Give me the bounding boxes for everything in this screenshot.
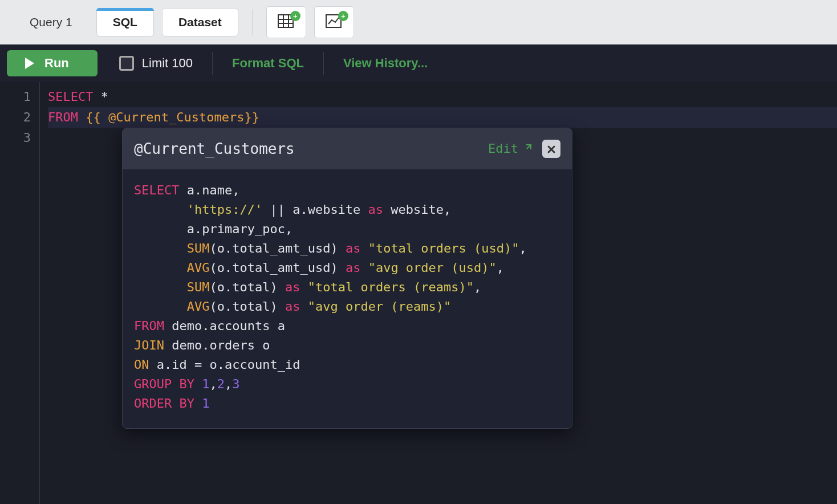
line-gutter: 123 xyxy=(0,82,40,504)
popup-code-line: SUM(o.total) as "total orders (reams)", xyxy=(134,278,560,297)
popup-sql-body: SELECT a.name, 'https://' || a.website a… xyxy=(123,169,572,428)
popup-close-button[interactable] xyxy=(542,140,560,158)
play-icon xyxy=(25,58,34,69)
popup-code-line: ON a.id = o.account_id xyxy=(134,355,560,375)
plus-badge-icon: + xyxy=(338,11,348,21)
tab-dataset[interactable]: Dataset xyxy=(162,8,238,36)
code-line: FROM {{ @Current_Customers}} xyxy=(48,107,837,128)
external-link-icon xyxy=(523,139,532,159)
popup-code-line: SELECT a.name, xyxy=(134,181,560,200)
tab-divider xyxy=(252,9,253,35)
add-chart-button[interactable]: + xyxy=(314,6,354,38)
popup-edit-link[interactable]: Edit xyxy=(488,139,532,159)
toolbar-divider xyxy=(212,52,213,75)
top-tab-bar: Query 1 SQL Dataset + + xyxy=(0,0,837,44)
popup-code-line: AVG(o.total) as "avg order (reams)" xyxy=(134,297,560,316)
popup-code-line: GROUP BY 1,2,3 xyxy=(134,375,560,394)
line-number: 2 xyxy=(0,107,31,128)
format-sql-link[interactable]: Format SQL xyxy=(232,56,304,71)
popup-header: @Current_Customers Edit xyxy=(123,128,572,169)
limit-checkbox-wrap: Limit 100 xyxy=(119,56,193,71)
popup-code-line: JOIN demo.orders o xyxy=(134,336,560,355)
popup-edit-label: Edit xyxy=(488,139,518,159)
plus-badge-icon: + xyxy=(290,11,300,21)
sql-editor[interactable]: 123 SELECT *FROM {{ @Current_Customers}}… xyxy=(0,82,837,504)
variable-preview-popup: @Current_Customers Edit xyxy=(122,128,572,429)
popup-code-line: a.primary_poc, xyxy=(134,220,560,239)
line-number: 1 xyxy=(0,87,31,107)
editor-toolbar: Run Limit 100 Format SQL View History... xyxy=(0,44,837,82)
limit-label: Limit 100 xyxy=(142,56,193,71)
code-area[interactable]: SELECT *FROM {{ @Current_Customers}} @Cu… xyxy=(40,82,837,504)
tab-sql[interactable]: SQL xyxy=(96,8,154,36)
popup-title: @Current_Customers xyxy=(134,139,295,159)
toolbar-divider xyxy=(323,52,324,75)
popup-code-line: SUM(o.total_amt_usd) as "total orders (u… xyxy=(134,239,560,258)
view-history-link[interactable]: View History... xyxy=(343,56,428,71)
query-tab[interactable]: Query 1 xyxy=(14,7,88,37)
add-table-button[interactable]: + xyxy=(266,6,306,38)
limit-checkbox[interactable] xyxy=(119,56,134,71)
close-icon xyxy=(547,139,556,159)
popup-code-line: ORDER BY 1 xyxy=(134,394,560,413)
code-line: SELECT * xyxy=(48,87,837,107)
popup-code-line: 'https://' || a.website as website, xyxy=(134,200,560,220)
run-button[interactable]: Run xyxy=(7,50,97,76)
popup-code-line: AVG(o.total_amt_usd) as "avg order (usd)… xyxy=(134,258,560,278)
line-number: 3 xyxy=(0,128,31,148)
run-button-label: Run xyxy=(44,56,69,71)
popup-code-line: FROM demo.accounts a xyxy=(134,316,560,336)
editor-tabs-group: SQL Dataset xyxy=(96,8,238,36)
